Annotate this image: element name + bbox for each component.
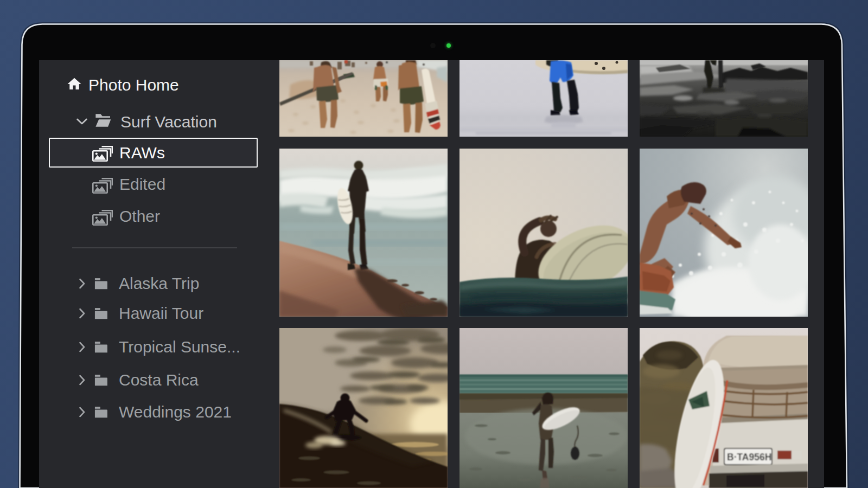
svg-text:B·TA956H: B·TA956H (727, 452, 771, 463)
